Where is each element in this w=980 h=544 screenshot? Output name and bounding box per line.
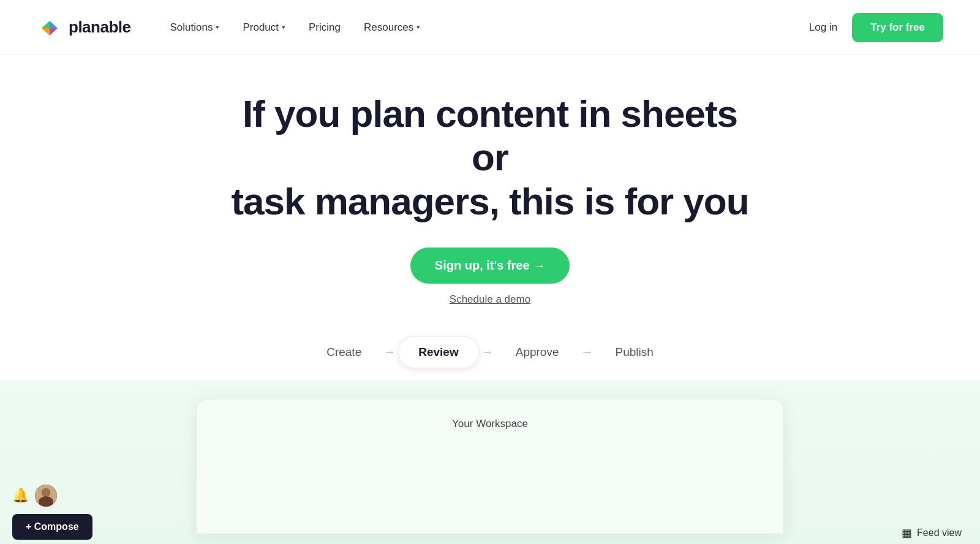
feed-view-icon: ▦ — [902, 526, 912, 540]
workflow-tabs: Create → Review → Approve → Publish — [307, 336, 673, 368]
tab-approve[interactable]: Approve — [496, 337, 579, 368]
feed-view-label: Feed view — [917, 527, 962, 538]
logo-text: planable — [69, 18, 130, 37]
login-link[interactable]: Log in — [809, 21, 837, 34]
nav-pricing-label: Pricing — [309, 21, 341, 34]
tab-create[interactable]: Create — [307, 337, 381, 368]
nav-product-label: Product — [243, 21, 279, 34]
nav-item-solutions[interactable]: Solutions ▾ — [160, 17, 229, 39]
app-preview: 🔔 + Compose Your W — [0, 380, 980, 544]
chevron-down-icon: ▾ — [417, 23, 420, 31]
svg-point-3 — [42, 489, 50, 496]
sidebar-ui: 🔔 + Compose — [0, 472, 105, 544]
navbar: planable Solutions ▾ Product ▾ Pricing R… — [0, 0, 980, 55]
chevron-down-icon: ▾ — [216, 23, 219, 31]
signup-button[interactable]: Sign up, it's free → — [410, 247, 570, 284]
nav-item-product[interactable]: Product ▾ — [233, 17, 295, 39]
workflow-section: Create → Review → Approve → Publish 🔔 — [0, 336, 980, 544]
nav-item-pricing[interactable]: Pricing — [299, 17, 350, 39]
app-window-inner: Your Workspace — [197, 399, 783, 430]
arrow-icon: → — [578, 345, 595, 359]
hero-cta-group: Sign up, it's free → Schedule a demo — [410, 247, 570, 306]
nav-links: Solutions ▾ Product ▾ Pricing Resources … — [160, 17, 809, 39]
logo[interactable]: planable — [37, 15, 130, 40]
tab-review[interactable]: Review — [398, 336, 478, 368]
workspace-label: Your Workspace — [452, 418, 528, 430]
avatar — [35, 485, 57, 507]
nav-resources-label: Resources — [364, 21, 413, 34]
arrow-icon: → — [479, 345, 496, 359]
notification-bell-icon[interactable]: 🔔 — [12, 488, 29, 504]
hero-section: If you plan content in sheets or task ma… — [0, 55, 980, 544]
nav-item-resources[interactable]: Resources ▾ — [354, 17, 430, 39]
feed-view-button[interactable]: ▦ Feed view — [902, 526, 962, 540]
nav-right: Log in Try for free — [809, 13, 943, 42]
chevron-down-icon: ▾ — [282, 23, 285, 31]
schedule-demo-link[interactable]: Schedule a demo — [450, 293, 530, 306]
compose-button[interactable]: + Compose — [12, 514, 92, 540]
arrow-icon: → — [381, 345, 398, 359]
logo-icon — [37, 15, 62, 40]
nav-solutions-label: Solutions — [170, 21, 213, 34]
try-for-free-button[interactable]: Try for free — [852, 13, 943, 42]
sidebar-icons: 🔔 — [12, 485, 57, 507]
hero-title: If you plan content in sheets or task ma… — [227, 92, 753, 223]
app-window: Your Workspace — [196, 399, 784, 534]
tab-publish[interactable]: Publish — [595, 337, 673, 368]
